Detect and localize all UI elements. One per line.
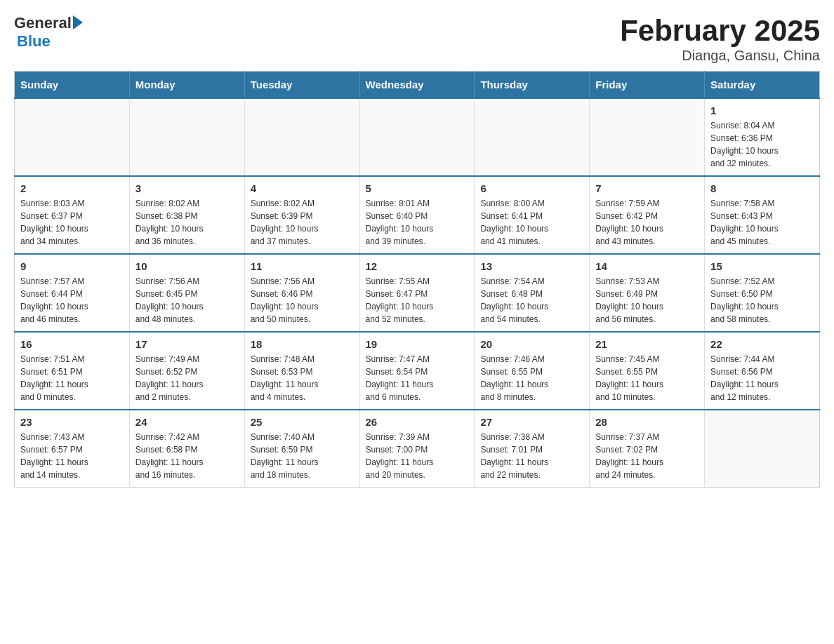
weekday-header-tuesday: Tuesday xyxy=(244,72,359,99)
day-number: 16 xyxy=(20,338,124,350)
calendar-cell: 18Sunrise: 7:48 AM Sunset: 6:53 PM Dayli… xyxy=(244,332,359,410)
day-number: 20 xyxy=(480,338,583,350)
day-info: Sunrise: 7:38 AM Sunset: 7:01 PM Dayligh… xyxy=(480,431,583,481)
logo-blue-text: Blue xyxy=(17,32,51,51)
calendar-cell: 17Sunrise: 7:49 AM Sunset: 6:52 PM Dayli… xyxy=(129,332,244,410)
day-info: Sunrise: 7:40 AM Sunset: 6:59 PM Dayligh… xyxy=(251,431,354,481)
calendar-cell xyxy=(359,98,475,176)
day-number: 24 xyxy=(135,416,239,428)
calendar-cell: 5Sunrise: 8:01 AM Sunset: 6:40 PM Daylig… xyxy=(359,176,475,254)
day-number: 6 xyxy=(480,182,583,194)
day-info: Sunrise: 8:00 AM Sunset: 6:41 PM Dayligh… xyxy=(480,197,583,248)
day-number: 9 xyxy=(20,260,124,272)
calendar-cell: 9Sunrise: 7:57 AM Sunset: 6:44 PM Daylig… xyxy=(15,254,130,332)
calendar-cell: 10Sunrise: 7:56 AM Sunset: 6:45 PM Dayli… xyxy=(129,254,244,332)
day-info: Sunrise: 7:57 AM Sunset: 6:44 PM Dayligh… xyxy=(20,275,124,326)
calendar-cell: 25Sunrise: 7:40 AM Sunset: 6:59 PM Dayli… xyxy=(244,410,359,488)
day-info: Sunrise: 7:52 AM Sunset: 6:50 PM Dayligh… xyxy=(710,275,814,326)
day-info: Sunrise: 7:56 AM Sunset: 6:46 PM Dayligh… xyxy=(251,275,354,326)
calendar-cell: 20Sunrise: 7:46 AM Sunset: 6:55 PM Dayli… xyxy=(475,332,590,410)
calendar-cell: 28Sunrise: 7:37 AM Sunset: 7:02 PM Dayli… xyxy=(590,410,705,488)
day-number: 28 xyxy=(595,416,699,428)
day-info: Sunrise: 7:39 AM Sunset: 7:00 PM Dayligh… xyxy=(366,431,469,481)
day-number: 13 xyxy=(480,260,583,272)
day-info: Sunrise: 7:53 AM Sunset: 6:49 PM Dayligh… xyxy=(595,275,699,326)
calendar-cell: 16Sunrise: 7:51 AM Sunset: 6:51 PM Dayli… xyxy=(15,332,130,410)
day-info: Sunrise: 7:44 AM Sunset: 6:56 PM Dayligh… xyxy=(710,353,814,403)
day-number: 12 xyxy=(366,260,469,272)
calendar-cell: 15Sunrise: 7:52 AM Sunset: 6:50 PM Dayli… xyxy=(705,254,820,332)
day-info: Sunrise: 7:43 AM Sunset: 6:57 PM Dayligh… xyxy=(20,431,124,481)
calendar-cell: 6Sunrise: 8:00 AM Sunset: 6:41 PM Daylig… xyxy=(475,176,590,254)
logo: General Blue xyxy=(14,14,83,51)
calendar-cell: 19Sunrise: 7:47 AM Sunset: 6:54 PM Dayli… xyxy=(359,332,475,410)
day-info: Sunrise: 7:59 AM Sunset: 6:42 PM Dayligh… xyxy=(595,197,699,248)
calendar-subtitle: Dianga, Gansu, China xyxy=(620,48,820,64)
calendar-week-row: 9Sunrise: 7:57 AM Sunset: 6:44 PM Daylig… xyxy=(15,254,820,332)
day-number: 21 xyxy=(595,338,699,350)
weekday-header-wednesday: Wednesday xyxy=(359,72,475,99)
day-number: 25 xyxy=(251,416,354,428)
day-number: 15 xyxy=(710,260,814,272)
day-info: Sunrise: 7:46 AM Sunset: 6:55 PM Dayligh… xyxy=(480,353,583,403)
day-info: Sunrise: 8:01 AM Sunset: 6:40 PM Dayligh… xyxy=(366,197,469,248)
logo-general-text: General xyxy=(14,14,72,32)
calendar-cell: 4Sunrise: 8:02 AM Sunset: 6:39 PM Daylig… xyxy=(244,176,359,254)
day-info: Sunrise: 7:51 AM Sunset: 6:51 PM Dayligh… xyxy=(20,353,124,403)
day-info: Sunrise: 7:58 AM Sunset: 6:43 PM Dayligh… xyxy=(710,197,814,248)
title-block: February 2025 Dianga, Gansu, China xyxy=(620,14,820,64)
day-info: Sunrise: 7:56 AM Sunset: 6:45 PM Dayligh… xyxy=(135,275,239,326)
day-number: 17 xyxy=(135,338,239,350)
day-info: Sunrise: 7:49 AM Sunset: 6:52 PM Dayligh… xyxy=(135,353,239,403)
calendar-cell xyxy=(244,98,359,176)
day-number: 3 xyxy=(135,182,239,194)
day-number: 8 xyxy=(710,182,814,194)
weekday-header-friday: Friday xyxy=(590,72,705,99)
day-number: 22 xyxy=(710,338,814,350)
day-number: 23 xyxy=(20,416,124,428)
day-number: 5 xyxy=(366,182,469,194)
calendar-week-row: 2Sunrise: 8:03 AM Sunset: 6:37 PM Daylig… xyxy=(15,176,820,254)
weekday-header-sunday: Sunday xyxy=(15,72,130,99)
day-number: 26 xyxy=(366,416,469,428)
day-number: 2 xyxy=(20,182,124,194)
calendar-cell: 27Sunrise: 7:38 AM Sunset: 7:01 PM Dayli… xyxy=(475,410,590,488)
calendar-cell: 13Sunrise: 7:54 AM Sunset: 6:48 PM Dayli… xyxy=(475,254,590,332)
day-info: Sunrise: 7:37 AM Sunset: 7:02 PM Dayligh… xyxy=(595,431,699,481)
day-info: Sunrise: 7:42 AM Sunset: 6:58 PM Dayligh… xyxy=(135,431,239,481)
day-info: Sunrise: 8:03 AM Sunset: 6:37 PM Dayligh… xyxy=(20,197,124,248)
weekday-header-saturday: Saturday xyxy=(705,72,820,99)
calendar-cell: 14Sunrise: 7:53 AM Sunset: 6:49 PM Dayli… xyxy=(590,254,705,332)
calendar-cell: 21Sunrise: 7:45 AM Sunset: 6:55 PM Dayli… xyxy=(590,332,705,410)
calendar-cell: 1Sunrise: 8:04 AM Sunset: 6:36 PM Daylig… xyxy=(705,98,820,176)
logo-arrow-icon xyxy=(73,15,83,29)
day-number: 27 xyxy=(480,416,583,428)
day-info: Sunrise: 8:02 AM Sunset: 6:39 PM Dayligh… xyxy=(251,197,354,248)
day-info: Sunrise: 7:48 AM Sunset: 6:53 PM Dayligh… xyxy=(251,353,354,403)
calendar-cell: 24Sunrise: 7:42 AM Sunset: 6:58 PM Dayli… xyxy=(129,410,244,488)
calendar-cell: 2Sunrise: 8:03 AM Sunset: 6:37 PM Daylig… xyxy=(15,176,130,254)
calendar-cell xyxy=(705,410,820,488)
page-header: General Blue February 2025 Dianga, Gansu… xyxy=(14,14,820,64)
day-info: Sunrise: 7:54 AM Sunset: 6:48 PM Dayligh… xyxy=(480,275,583,326)
day-info: Sunrise: 8:04 AM Sunset: 6:36 PM Dayligh… xyxy=(710,119,814,170)
calendar-cell: 3Sunrise: 8:02 AM Sunset: 6:38 PM Daylig… xyxy=(129,176,244,254)
calendar-cell: 22Sunrise: 7:44 AM Sunset: 6:56 PM Dayli… xyxy=(705,332,820,410)
calendar-cell xyxy=(590,98,705,176)
day-number: 1 xyxy=(710,105,814,116)
calendar-week-row: 1Sunrise: 8:04 AM Sunset: 6:36 PM Daylig… xyxy=(15,98,820,176)
calendar-cell: 8Sunrise: 7:58 AM Sunset: 6:43 PM Daylig… xyxy=(705,176,820,254)
calendar-header-row: SundayMondayTuesdayWednesdayThursdayFrid… xyxy=(15,72,820,99)
day-info: Sunrise: 8:02 AM Sunset: 6:38 PM Dayligh… xyxy=(135,197,239,248)
calendar-cell xyxy=(475,98,590,176)
calendar-cell xyxy=(15,98,130,176)
day-number: 10 xyxy=(135,260,239,272)
weekday-header-monday: Monday xyxy=(129,72,244,99)
day-number: 18 xyxy=(251,338,354,350)
day-info: Sunrise: 7:55 AM Sunset: 6:47 PM Dayligh… xyxy=(366,275,469,326)
day-number: 4 xyxy=(251,182,354,194)
day-info: Sunrise: 7:45 AM Sunset: 6:55 PM Dayligh… xyxy=(595,353,699,403)
day-number: 11 xyxy=(251,260,354,272)
calendar-week-row: 23Sunrise: 7:43 AM Sunset: 6:57 PM Dayli… xyxy=(15,410,820,488)
day-number: 14 xyxy=(595,260,699,272)
